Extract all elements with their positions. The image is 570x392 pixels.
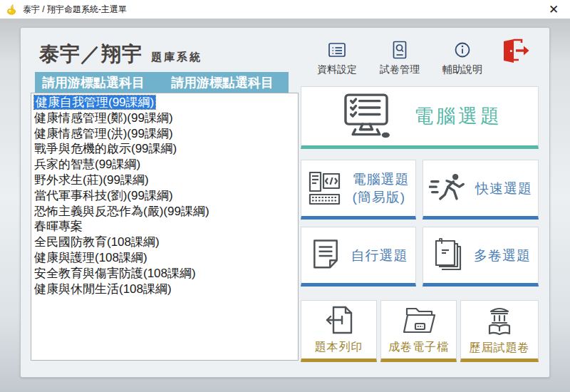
- multi-select-icon: [430, 238, 465, 272]
- efile-icon: [401, 305, 437, 335]
- toolbar-item-exam-management[interactable]: 試卷管理: [374, 41, 425, 76]
- toolbar-label: 輔助說明: [442, 63, 482, 76]
- help-icon: [454, 41, 471, 59]
- quick-select-icon: [429, 172, 466, 205]
- multi-select-button[interactable]: 多卷選題: [423, 227, 539, 287]
- main-panel: 泰宇／翔宇題庫系統 資料設定: [20, 27, 550, 378]
- exam-management-icon: [392, 41, 408, 59]
- archive-label: 歷屆試題卷: [470, 341, 530, 356]
- subject-item[interactable]: 健康與休閒生活(108課綱): [34, 282, 298, 297]
- subject-item[interactable]: 健康情感管理(鄭)(99課綱): [34, 110, 298, 126]
- subject-list-header-right: 請用游標點選科目: [171, 74, 274, 91]
- toolbar-item-data-settings[interactable]: 資料設定: [311, 41, 363, 76]
- quick-select-button[interactable]: 快速選題: [423, 160, 539, 220]
- subject-item[interactable]: 全民國防教育(108課綱): [34, 234, 298, 250]
- window-body: 泰宇／翔宇題庫系統 資料設定: [0, 19, 570, 392]
- logo-main-text: 泰宇／翔宇: [39, 43, 142, 65]
- computer-select-button[interactable]: 電腦選題: [301, 86, 539, 149]
- multi-select-label: 多卷選題: [474, 247, 531, 264]
- app-window: 泰宇 / 翔宇命題系統-主選單 ✕ 泰宇／翔宇題庫系統: [0, 0, 570, 392]
- app-logo-icon: [6, 4, 18, 16]
- self-select-icon: [309, 239, 342, 272]
- quick-select-label: 快速選題: [475, 180, 532, 197]
- close-button[interactable]: ✕: [544, 1, 563, 17]
- print-book-button[interactable]: 題本列印: [301, 300, 377, 362]
- toolbar: 資料設定 試卷管理: [311, 41, 532, 76]
- computer-select-simple-icon: [308, 171, 343, 205]
- subject-item[interactable]: 春暉專案: [34, 219, 298, 234]
- print-book-icon: [323, 305, 355, 335]
- efile-label: 成卷電子檔: [388, 340, 449, 355]
- app-logo: 泰宇／翔宇題庫系統: [39, 41, 202, 68]
- window-title: 泰宇 / 翔宇命題系統-主選單: [23, 4, 127, 16]
- subject-item[interactable]: 健康與護理(108課綱): [34, 250, 298, 266]
- subject-item[interactable]: 野外求生(莊)(99課綱): [34, 172, 298, 188]
- subject-item[interactable]: 恐怖主義與反恐作為(嚴)(99課綱): [34, 204, 298, 220]
- computer-select-simple-button[interactable]: 電腦選題 (簡易版): [301, 160, 416, 220]
- subject-listbox[interactable]: 健康自我管理(99課綱) 健康情感管理(鄭)(99課綱) 健康情感管理(洪)(9…: [31, 93, 299, 361]
- subject-item-selected[interactable]: 健康自我管理(99課綱): [34, 95, 298, 110]
- efile-button[interactable]: 成卷電子檔: [380, 300, 457, 362]
- archive-icon: [484, 304, 515, 336]
- self-select-label: 自行選題: [351, 247, 408, 264]
- exit-button[interactable]: [499, 41, 532, 61]
- toolbar-item-help[interactable]: 輔助說明: [437, 41, 488, 76]
- print-book-label: 題本列印: [315, 340, 363, 355]
- toolbar-label: 資料設定: [317, 63, 357, 76]
- archive-button[interactable]: 歷屆試題卷: [460, 300, 539, 362]
- logo-sub-text: 題庫系統: [151, 51, 202, 63]
- subject-list-header-left: 請用游標點選科目: [42, 74, 145, 91]
- subject-item[interactable]: 戰爭與危機的啟示(99課綱): [34, 141, 298, 157]
- subject-item[interactable]: 兵家的智慧(99課綱): [34, 157, 298, 172]
- title-bar: 泰宇 / 翔宇命題系統-主選單 ✕: [0, 0, 570, 19]
- data-settings-icon: [328, 41, 346, 59]
- exit-door-icon: [502, 42, 530, 61]
- self-select-button[interactable]: 自行選題: [301, 227, 416, 287]
- subject-item[interactable]: 健康情感管理(洪)(99課綱): [34, 126, 298, 142]
- computer-select-label: 電腦選題: [414, 103, 502, 129]
- toolbar-label: 試卷管理: [380, 63, 420, 76]
- subject-item[interactable]: 當代軍事科技(劉)(99課綱): [34, 188, 298, 204]
- computer-select-simple-label: 電腦選題 (簡易版): [353, 170, 410, 206]
- subject-item[interactable]: 安全教育與傷害防護(108課綱): [34, 266, 298, 282]
- subject-list-header: 請用游標點選科目 請用游標點選科目: [35, 72, 289, 93]
- computer-select-icon: [337, 92, 395, 140]
